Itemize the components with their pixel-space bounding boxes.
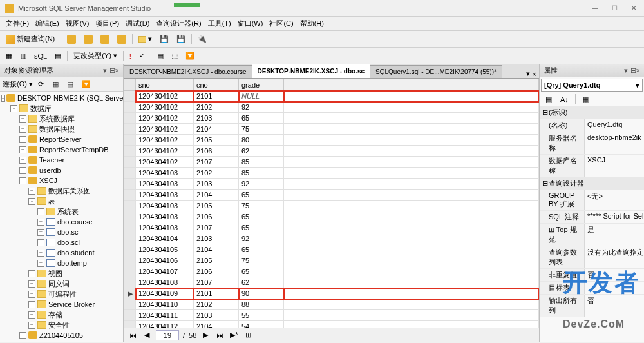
row-selector[interactable] bbox=[124, 244, 136, 255]
prop-pages-icon[interactable]: ▦ bbox=[579, 93, 592, 106]
cell-grade[interactable]: 92 bbox=[239, 179, 284, 190]
verify-button[interactable]: ✓ bbox=[136, 50, 148, 63]
tree-node[interactable]: +视图 bbox=[0, 268, 123, 279]
cell-sno[interactable]: 1204304102 bbox=[136, 146, 194, 157]
table-row[interactable]: 1204304105210465 bbox=[124, 244, 539, 255]
panel-close-button[interactable]: × bbox=[636, 66, 640, 74]
table-row[interactable]: ▶1204304109210190 bbox=[124, 288, 539, 299]
menu-item-0[interactable]: 文件(F) bbox=[3, 17, 32, 30]
cell-grade[interactable]: 65 bbox=[239, 266, 284, 277]
row-selector[interactable] bbox=[124, 266, 136, 277]
cell-grade[interactable]: 80 bbox=[239, 135, 284, 146]
property-row[interactable]: 非重复值否 bbox=[540, 268, 644, 281]
tb-results-icon[interactable]: ▤ bbox=[52, 50, 64, 63]
cell-sno[interactable]: 1204304103 bbox=[136, 222, 194, 233]
tree-node[interactable]: +dbo.course bbox=[0, 217, 123, 227]
expander-icon[interactable]: - bbox=[19, 177, 26, 184]
property-row[interactable]: GROUP BY 扩展<无> bbox=[540, 190, 644, 210]
row-selector[interactable] bbox=[124, 91, 136, 102]
cell-sno[interactable]: 1204304102 bbox=[136, 113, 194, 124]
property-category[interactable]: ⊟(标识) bbox=[540, 106, 644, 119]
cell-cno[interactable]: 2101 bbox=[194, 91, 239, 102]
property-value[interactable]: 是 bbox=[585, 224, 644, 246]
oe-filter2-icon[interactable]: 🔽 bbox=[79, 78, 94, 91]
property-value[interactable]: 没有为此查询指定参数 bbox=[585, 246, 644, 268]
tree-node[interactable]: +ReportServerTempDB bbox=[0, 144, 123, 155]
expander-icon[interactable]: + bbox=[19, 136, 26, 143]
cell-cno[interactable]: 2102 bbox=[194, 299, 239, 310]
expander-icon[interactable]: + bbox=[19, 157, 26, 164]
expander-icon[interactable]: - bbox=[10, 105, 17, 112]
table-row[interactable]: 1204304102210292 bbox=[124, 102, 539, 113]
oe-filter-icon[interactable]: ▦ bbox=[49, 78, 62, 91]
cell-grade[interactable]: 88 bbox=[239, 299, 284, 310]
cell-cno[interactable]: 2107 bbox=[194, 222, 239, 233]
menu-item-4[interactable]: 调试(D) bbox=[122, 17, 153, 30]
tree-node[interactable]: +dbo.temp bbox=[0, 258, 123, 268]
tb-btn-4[interactable] bbox=[114, 33, 129, 46]
table-row[interactable]: 1204304103210665 bbox=[124, 211, 539, 222]
cell-sno[interactable]: 1204304102 bbox=[136, 91, 194, 102]
table-row[interactable]: 1204304107210665 bbox=[124, 266, 539, 277]
cell-sno[interactable]: 1204304105 bbox=[136, 244, 194, 255]
tree-node[interactable]: +dbo.sc bbox=[0, 227, 123, 237]
expander-icon[interactable]: + bbox=[28, 280, 35, 288]
prop-categorized-icon[interactable]: ▤ bbox=[542, 93, 555, 106]
cell-sno[interactable]: 1204304109 bbox=[136, 288, 194, 299]
table-row[interactable]: 1204304106210575 bbox=[124, 255, 539, 266]
page-next-button[interactable]: ▶ bbox=[200, 330, 211, 340]
tree-node[interactable]: +dbo.scl bbox=[0, 237, 123, 248]
expander-icon[interactable]: + bbox=[37, 219, 44, 226]
cell-sno[interactable]: 1204304102 bbox=[136, 124, 194, 135]
cell-grade[interactable]: 62 bbox=[239, 277, 284, 288]
property-category[interactable]: ⊟查询设计器 bbox=[540, 177, 644, 190]
cell-cno[interactable]: 2103 bbox=[194, 113, 239, 124]
cell-cno[interactable]: 2104 bbox=[194, 124, 239, 135]
property-row[interactable]: 数据库名称XSCJ bbox=[540, 154, 644, 177]
expander-icon[interactable]: + bbox=[19, 126, 26, 133]
tree-node[interactable]: -XSCJ bbox=[0, 175, 123, 186]
cell-grade[interactable]: 85 bbox=[239, 168, 284, 179]
cell-sno[interactable]: 1204304103 bbox=[136, 179, 194, 190]
change-type-button[interactable]: 更改类型(Y) ▾ bbox=[70, 50, 120, 63]
cell-cno[interactable]: 2105 bbox=[194, 255, 239, 266]
expander-icon[interactable]: + bbox=[19, 167, 26, 174]
cell-cno[interactable]: 2104 bbox=[194, 321, 239, 328]
expander-icon[interactable]: - bbox=[1, 95, 5, 102]
row-selector[interactable] bbox=[124, 124, 136, 135]
cell-sno[interactable]: 1204304106 bbox=[136, 255, 194, 266]
page-cell-icon[interactable]: ⊞ bbox=[243, 330, 253, 340]
table-row[interactable]: 1204304102210580 bbox=[124, 135, 539, 146]
tree-node[interactable]: +同义词 bbox=[0, 279, 123, 289]
minimize-button[interactable]: — bbox=[590, 4, 600, 13]
property-value[interactable]: 否 bbox=[585, 269, 644, 281]
property-row[interactable]: 输出所有列否 bbox=[540, 294, 644, 317]
row-selector[interactable] bbox=[124, 211, 136, 222]
expander-icon[interactable]: - bbox=[28, 198, 35, 205]
cell-grade[interactable]: 62 bbox=[239, 146, 284, 157]
expander-icon[interactable]: + bbox=[19, 115, 26, 122]
column-header[interactable]: sno bbox=[136, 79, 194, 91]
column-header[interactable]: grade bbox=[239, 79, 284, 91]
cell-sno[interactable]: 1204304103 bbox=[136, 201, 194, 211]
table-row[interactable]: 1204304102210662 bbox=[124, 146, 539, 157]
tree-node[interactable]: +Service Broker bbox=[0, 299, 123, 309]
tree-node[interactable]: +系统表 bbox=[0, 206, 123, 217]
properties-object-selector[interactable]: [Qry] Query1.dtq▾ bbox=[541, 79, 643, 92]
connect-dropdown[interactable]: 连接(O) ▾ bbox=[3, 79, 33, 89]
tree-root[interactable]: - DESKTOP-NBME2IK (SQL Server 10.0.160 bbox=[0, 93, 123, 103]
expander-icon[interactable]: + bbox=[37, 250, 44, 257]
document-tab[interactable]: SQLQuery1.sql - DE...ME2IK\20774 (55))* bbox=[370, 65, 502, 78]
tb-sql-icon[interactable]: sQL bbox=[31, 50, 50, 63]
property-value[interactable]: XSCJ bbox=[585, 155, 644, 177]
cell-sno[interactable]: 1204304102 bbox=[136, 157, 194, 168]
expander-icon[interactable]: + bbox=[28, 188, 35, 195]
tb-criteria-icon[interactable]: ▥ bbox=[17, 50, 30, 63]
table-row[interactable]: 1204304104210392 bbox=[124, 233, 539, 244]
table-row[interactable]: 1204304103210765 bbox=[124, 222, 539, 233]
menu-item-3[interactable]: 项目(P) bbox=[92, 17, 122, 30]
document-tab[interactable]: DESKTOP-NBME2IK.XSCJ - dbo.sc bbox=[252, 64, 371, 78]
table-row[interactable]: 1204304112210454 bbox=[124, 321, 539, 328]
prop-alpha-icon[interactable]: A↓ bbox=[557, 93, 572, 106]
activity-button[interactable]: 🔌 bbox=[194, 33, 210, 46]
